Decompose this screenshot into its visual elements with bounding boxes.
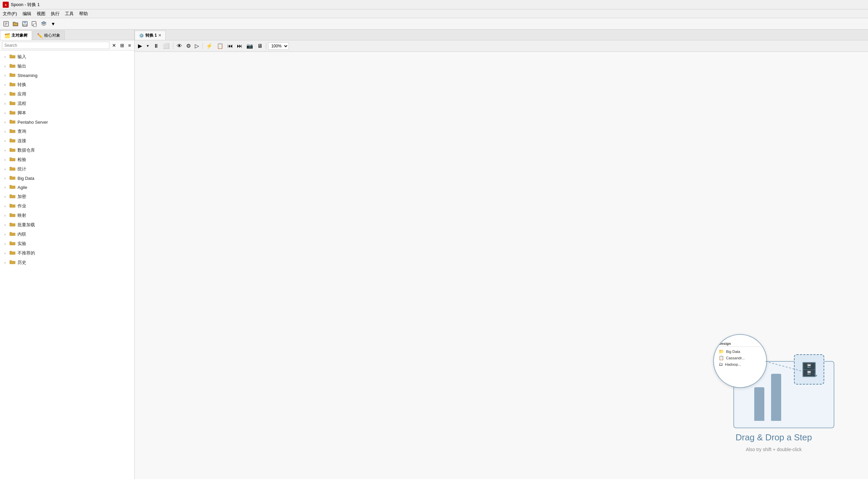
transformation-tab-icon: ⚙️: [139, 33, 144, 38]
tree-item[interactable]: › 映射: [0, 211, 134, 220]
cassandra-icon: 📋: [719, 355, 724, 360]
tree-item[interactable]: › 批量加载: [0, 220, 134, 230]
folder-icon: [9, 175, 16, 181]
left-panel: 🗂️ 主对象树 ✏️ 核心对象 ✕ ⊞ ≡ › 输入› 输出› Streamin…: [0, 30, 135, 479]
magnifier-item-cassandra: 📋 Cassandr...: [719, 355, 762, 360]
folder-icon: [9, 203, 16, 209]
tree-item[interactable]: › 输出: [0, 62, 134, 71]
tree-item-label: Pentaho Server: [18, 120, 48, 125]
tree-item[interactable]: › Pentaho Server: [0, 118, 134, 127]
search-clear-btn[interactable]: ✕: [111, 42, 118, 49]
tree-item[interactable]: › 历史: [0, 258, 134, 267]
snapshot-btn[interactable]: 📷: [245, 42, 254, 50]
canvas-area[interactable]: 🗄️ ↘ Design 📁 Big Data 📋 Cassandr...: [135, 52, 868, 479]
save-btn[interactable]: [21, 20, 29, 28]
tab-main-object-tree[interactable]: 🗂️ 主对象树: [0, 31, 32, 40]
folder-icon-bigdata: 📁: [719, 349, 724, 354]
tree-arrow-icon: ›: [3, 111, 7, 115]
tree-item[interactable]: › Agile: [0, 183, 134, 192]
tree-arrow-icon: ›: [3, 55, 7, 59]
folder-icon: [9, 54, 16, 60]
open-btn[interactable]: [11, 20, 20, 28]
sep2: [202, 43, 203, 49]
folder-icon: [9, 147, 16, 153]
tree-item[interactable]: › 加密: [0, 192, 134, 201]
folder-icon: [9, 110, 16, 116]
folder-icon: [9, 194, 16, 200]
app-title: Spoon - 转换 1: [11, 2, 40, 8]
fullscreen-btn[interactable]: 🖥: [256, 42, 264, 50]
main-tree-icon: 🗂️: [4, 33, 10, 38]
menu-item-[interactable]: 工具: [65, 11, 74, 17]
sep3: [266, 43, 266, 49]
tab-transformation[interactable]: ⚙️ 转换 1 ✕: [135, 31, 165, 40]
tree-item-label: 实验: [18, 241, 26, 247]
dropdown-btn[interactable]: ▼: [49, 20, 57, 28]
tree-arrow-icon: ›: [3, 251, 7, 255]
search-grid-btn[interactable]: ⊞: [119, 42, 126, 49]
main-toolbar: ▼: [0, 18, 868, 30]
menu-item-[interactable]: 帮助: [79, 11, 88, 17]
step2-btn[interactable]: 📋: [215, 42, 225, 50]
tree-item[interactable]: › 流程: [0, 99, 134, 108]
save-as-btn[interactable]: [30, 20, 38, 28]
dnd-drag-subtext: Also try shift + double-click: [746, 447, 802, 452]
preview-btn[interactable]: 👁: [175, 42, 183, 50]
tree-item[interactable]: › 检验: [0, 155, 134, 164]
tree-item[interactable]: › 统计: [0, 164, 134, 174]
tree-item-label: 作业: [18, 203, 26, 209]
arrow-indicator: ↘: [813, 371, 817, 378]
tree-item-label: 批量加载: [18, 222, 35, 228]
tree-item[interactable]: › Streaming: [0, 71, 134, 80]
step1-btn[interactable]: ⚡: [205, 42, 214, 50]
run-dropdown-btn[interactable]: ▼: [145, 43, 151, 48]
tree-item[interactable]: › 输入: [0, 52, 134, 62]
tree-item-label: 检验: [18, 157, 26, 163]
core-obj-icon: ✏️: [37, 33, 43, 38]
tab-core-objects[interactable]: ✏️ 核心对象: [33, 31, 65, 40]
search-list-btn[interactable]: ≡: [127, 42, 132, 49]
transformation-tab-close[interactable]: ✕: [158, 33, 161, 38]
tree-arrow-icon: ›: [3, 176, 7, 180]
tree-item[interactable]: › Big Data: [0, 174, 134, 183]
canvas-bar-2: [771, 374, 781, 421]
main-layout: 🗂️ 主对象树 ✏️ 核心对象 ✕ ⊞ ≡ › 输入› 输出› Streamin…: [0, 30, 868, 479]
layers-btn[interactable]: [40, 20, 48, 28]
search-input[interactable]: [2, 42, 110, 49]
tree-item[interactable]: › 实验: [0, 239, 134, 248]
zoom-select[interactable]: 100% 75% 50% 150% 200%: [268, 42, 289, 50]
tree-item[interactable]: › 转换: [0, 80, 134, 90]
stop-btn[interactable]: ⬜: [161, 42, 171, 50]
tree-item[interactable]: › 应用: [0, 90, 134, 99]
tree-item-label: 连接: [18, 138, 26, 144]
forward-btn[interactable]: ⏭: [236, 42, 244, 50]
menu-item-f[interactable]: 文件(F): [3, 11, 17, 17]
settings-btn[interactable]: ⚙: [185, 42, 192, 50]
folder-icon: [9, 82, 16, 88]
tree-item[interactable]: › 查询: [0, 127, 134, 136]
tab-main-tree-label: 主对象树: [11, 33, 28, 38]
tree-arrow-icon: ›: [3, 204, 7, 208]
back-btn[interactable]: ⏮: [226, 42, 234, 50]
pause-btn[interactable]: ⏸: [152, 42, 160, 50]
tree-item[interactable]: › 脚本: [0, 108, 134, 118]
dnd-illustration: 🗄️ ↘ Design 📁 Big Data 📋 Cassandr...: [713, 334, 834, 452]
tree-arrow-icon: ›: [3, 83, 7, 87]
menu-item-[interactable]: 执行: [51, 11, 60, 17]
tree-arrow-icon: ›: [3, 93, 7, 96]
tab-core-obj-label: 核心对象: [44, 33, 60, 38]
menu-item-[interactable]: 编辑: [23, 11, 31, 17]
tree-item[interactable]: › 数据仓库: [0, 145, 134, 155]
tree-item[interactable]: › 连接: [0, 136, 134, 145]
run-btn[interactable]: ▶: [137, 42, 144, 50]
folder-icon: [9, 213, 16, 218]
play2-btn[interactable]: ▷: [193, 42, 200, 50]
tree-item[interactable]: › 作业: [0, 201, 134, 211]
new-btn[interactable]: [2, 20, 10, 28]
tree-item[interactable]: › 内联: [0, 230, 134, 239]
folder-icon: [9, 129, 16, 134]
menu-item-[interactable]: 视图: [37, 11, 45, 17]
tree-item[interactable]: › 不推荐的: [0, 248, 134, 258]
left-tabs: 🗂️ 主对象树 ✏️ 核心对象: [0, 30, 134, 40]
tree-item-label: 转换: [18, 82, 26, 88]
